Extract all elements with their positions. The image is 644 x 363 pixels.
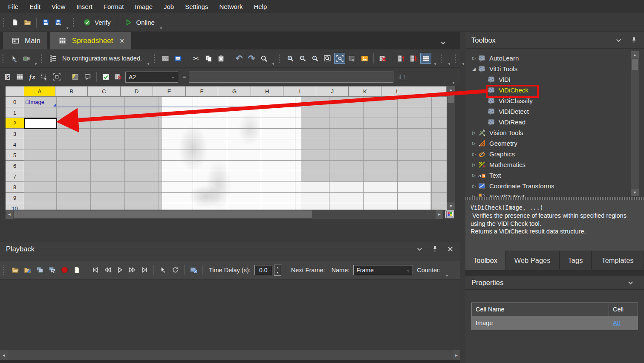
accept-edit-icon[interactable] xyxy=(100,72,111,83)
cell-K8[interactable] xyxy=(364,182,398,193)
panel-tab-tags[interactable]: Tags xyxy=(560,251,592,270)
cell-E1[interactable] xyxy=(159,107,193,118)
cell-I8[interactable] xyxy=(295,182,329,193)
toolbar-grip[interactable] xyxy=(3,265,6,275)
cell-H3[interactable] xyxy=(261,129,295,139)
image-pan-icon[interactable] xyxy=(347,53,358,64)
cell-J7[interactable] xyxy=(329,171,364,182)
define-region-icon[interactable] xyxy=(51,72,62,83)
cell-I10[interactable] xyxy=(295,203,329,210)
rewind-icon[interactable] xyxy=(102,265,113,276)
cell-C0[interactable] xyxy=(91,97,125,107)
zoom-actual-icon[interactable] xyxy=(309,53,321,64)
cell-H5[interactable] xyxy=(261,150,295,161)
column-header-E[interactable]: E xyxy=(153,86,186,97)
cell-E7[interactable] xyxy=(159,171,193,182)
toolbar-grip[interactable] xyxy=(455,54,458,63)
spinner-up-icon[interactable]: ▴ xyxy=(274,265,281,270)
toolbar-grip[interactable] xyxy=(41,54,44,63)
cell-G10[interactable] xyxy=(227,203,261,210)
paste-icon[interactable] xyxy=(215,53,226,64)
cell-H2[interactable] xyxy=(261,118,295,129)
tree-item-vidicheck[interactable]: ▷ViDiCheck xyxy=(465,85,630,95)
cell-x9[interactable] xyxy=(432,193,447,203)
scrollbar-track[interactable] xyxy=(8,351,453,360)
cell-x1[interactable] xyxy=(432,107,447,118)
cell-B9[interactable] xyxy=(57,193,91,203)
cell-B5[interactable] xyxy=(57,150,91,161)
absolute-reference-icon[interactable]: $ xyxy=(2,72,13,83)
column-header-A[interactable]: A xyxy=(24,86,55,97)
cell-D7[interactable] xyxy=(125,171,159,182)
scroll-up-icon[interactable]: ▲ xyxy=(447,86,455,93)
cell-H7[interactable] xyxy=(261,171,295,182)
tree-item-vidi-tools[interactable]: ◢ViDi Tools xyxy=(465,63,630,74)
insert-function-icon[interactable]: ƒx xyxy=(26,72,38,83)
image-options-icon[interactable] xyxy=(188,265,199,276)
cell-F7[interactable] xyxy=(193,171,227,182)
cell-G3[interactable] xyxy=(227,129,261,139)
row-header-7[interactable]: 7 xyxy=(6,171,24,182)
overflow-dropdown-icon[interactable]: ▾ xyxy=(33,62,38,67)
cell-L2[interactable] xyxy=(398,118,432,129)
column-header-B[interactable]: B xyxy=(55,86,88,97)
cell-x2[interactable] xyxy=(432,118,447,129)
open-images-icon[interactable] xyxy=(9,265,20,276)
cell-D2[interactable] xyxy=(125,118,159,129)
cell-B0[interactable] xyxy=(57,97,91,107)
cell-A7[interactable] xyxy=(24,171,57,182)
cell-x6[interactable] xyxy=(432,161,447,171)
scrollbar-thumb[interactable] xyxy=(448,94,454,103)
cell-A1[interactable] xyxy=(24,107,57,118)
column-header-H[interactable]: H xyxy=(251,86,284,97)
formula-overflow-dropdown[interactable]: ▾ xyxy=(451,81,456,86)
new-image-icon[interactable] xyxy=(71,265,82,276)
cell-x0[interactable] xyxy=(432,97,447,107)
cell-K10[interactable] xyxy=(364,203,398,210)
menu-job[interactable]: Job xyxy=(158,0,179,13)
cell-C6[interactable] xyxy=(91,161,125,171)
tree-item-geometry[interactable]: ▷Geometry xyxy=(465,138,630,149)
tree-item-vidiclassify[interactable]: ▷ViDiClassify xyxy=(465,95,630,106)
cell-L5[interactable] xyxy=(398,150,432,161)
cell-D5[interactable] xyxy=(125,150,159,161)
cell-G9[interactable] xyxy=(227,193,261,203)
menu-insert[interactable]: Insert xyxy=(71,0,98,13)
panel-tab-toolbox[interactable]: Toolbox xyxy=(465,251,505,270)
cell-F4[interactable] xyxy=(193,139,227,150)
go-first-icon[interactable] xyxy=(90,265,101,276)
cell-grid-icon[interactable] xyxy=(14,72,25,83)
cell-I7[interactable] xyxy=(295,171,329,182)
live-acquire-icon[interactable] xyxy=(21,53,32,64)
cell-C9[interactable] xyxy=(91,193,125,203)
cell-A2[interactable] xyxy=(24,118,57,129)
cell-C7[interactable] xyxy=(91,171,125,182)
scroll-right-icon[interactable]: ► xyxy=(453,350,460,360)
playback-scrollbar[interactable]: ◄ ► xyxy=(0,350,460,360)
cell-E9[interactable] xyxy=(159,193,193,203)
formula-input[interactable] xyxy=(189,72,393,83)
save-icon[interactable] xyxy=(40,17,51,28)
row-header-6[interactable]: 6 xyxy=(6,161,24,171)
cell-E8[interactable] xyxy=(159,182,193,193)
horizontal-scrollbar[interactable]: ◄ ► xyxy=(6,210,443,219)
cell-K2[interactable] xyxy=(364,118,398,129)
cell-I0[interactable] xyxy=(295,97,329,107)
cell-B3[interactable] xyxy=(57,129,91,139)
cell-x3[interactable] xyxy=(432,129,447,139)
cell-I9[interactable] xyxy=(295,193,329,203)
cell-x4[interactable] xyxy=(432,139,447,150)
menu-format[interactable]: Format xyxy=(98,0,130,13)
go-last-icon[interactable] xyxy=(139,265,150,276)
scrollbar-track[interactable] xyxy=(312,210,436,219)
tree-item-input-output[interactable]: ▷Input/Output xyxy=(465,191,630,197)
cell-C1[interactable] xyxy=(91,107,125,118)
tab-spreadsheet[interactable]: Spreadsheet✕ xyxy=(50,32,131,49)
cell-C4[interactable] xyxy=(91,139,125,150)
expand-icon[interactable]: ▷ xyxy=(471,56,477,60)
cell-D9[interactable] xyxy=(125,193,159,203)
cell-F9[interactable] xyxy=(193,193,227,203)
cell-A3[interactable] xyxy=(24,129,57,139)
cell-G1[interactable] xyxy=(227,107,261,118)
open-folder-icon[interactable] xyxy=(22,17,33,28)
